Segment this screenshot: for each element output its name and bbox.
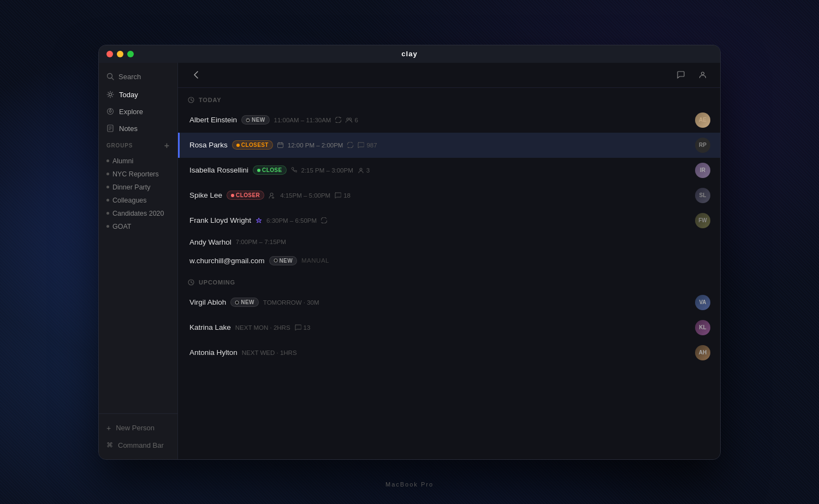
group-item-nyc[interactable]: NYC Reporters — [106, 168, 170, 181]
notes-icon — [106, 124, 114, 132]
groups-header: GROUPS + — [106, 141, 170, 150]
contact-info: Rosa Parks CLOSEST 12:00 PM – 2:00PM — [189, 140, 695, 150]
today-section-label: TODAY — [199, 97, 221, 103]
contact-info: Isabella Rossellini CLOSE 2:15 PM – 3:00… — [189, 165, 695, 175]
sidebar: Search Today — [99, 63, 178, 459]
content-scroll[interactable]: TODAY Albert Einstein NEW 11:00AM – 11:3… — [178, 88, 720, 459]
contact-name: Frank Lloyd Wright — [189, 216, 251, 224]
star-icon — [256, 217, 262, 224]
today-label: Today — [119, 91, 138, 99]
upcoming-icon — [188, 279, 194, 286]
group-dot — [106, 225, 109, 228]
contact-row-rosa[interactable]: Rosa Parks CLOSEST 12:00 PM – 2:00PM — [178, 133, 720, 158]
macbook-label: MacBook Pro — [385, 481, 434, 488]
group-item-alumni[interactable]: Alumni — [106, 155, 170, 168]
group-item-goat[interactable]: GOAT — [106, 220, 170, 233]
sidebar-item-today[interactable]: Today — [99, 86, 177, 103]
close-window-button[interactable] — [106, 51, 113, 57]
refresh-icon-wrap — [347, 142, 353, 148]
message-meta: 13 — [295, 324, 311, 331]
svg-point-2 — [109, 93, 112, 96]
avatar-spike: SL — [695, 188, 710, 203]
contact-row-katrina[interactable]: Katrina Lake NEXT MON · 2HRS 13 KL — [178, 315, 720, 340]
avatar-isabella: IR — [695, 163, 710, 178]
group-dot — [106, 186, 109, 188]
add-group-button[interactable]: + — [164, 141, 170, 150]
refresh-icon-wrap — [335, 117, 341, 123]
contact-row-virgil[interactable]: Virgil Abloh NEW TOMORROW · 30M VA — [178, 290, 720, 315]
avatar-frank: FW — [695, 213, 710, 228]
contact-name: Andy Warhol — [189, 238, 232, 246]
messages-button[interactable] — [673, 67, 689, 82]
svg-point-30 — [270, 193, 273, 195]
message-meta: 18 — [335, 192, 351, 199]
contact-row-einstein[interactable]: Albert Einstein NEW 11:00AM – 11:30AM 6 — [178, 108, 720, 133]
closer-tag: CLOSER — [227, 191, 264, 200]
svg-point-35 — [235, 301, 239, 304]
sidebar-item-notes[interactable]: Notes — [99, 120, 177, 137]
new-person-button[interactable]: + New Person — [99, 419, 177, 437]
avatar-antonia: AH — [695, 345, 710, 360]
contact-info: w.churchill@gmail.com NEW MANUAL — [189, 256, 710, 265]
header-actions — [673, 67, 710, 82]
command-bar-button[interactable]: ⌘ Command Bar — [99, 437, 177, 454]
phone-icon — [291, 167, 297, 173]
people-up-icon — [269, 192, 276, 199]
avatar-rosa: RP — [695, 138, 710, 153]
plus-icon: + — [106, 424, 111, 432]
phone-icon-wrap — [291, 167, 297, 173]
contact-name: Antonia Hylton — [189, 348, 238, 357]
contact-row-isabella[interactable]: Isabella Rossellini CLOSE 2:15 PM – 3:00… — [178, 158, 720, 183]
svg-line-8 — [112, 96, 112, 97]
time-range: 2:15 PM – 3:00PM — [301, 167, 353, 174]
new-tag: NEW — [269, 256, 298, 265]
special-icon — [256, 217, 262, 224]
contact-name: Spike Lee — [189, 191, 222, 199]
main-header — [178, 63, 720, 88]
time-label: NEXT WED · 1HRS — [242, 349, 297, 356]
message-meta: 987 — [358, 142, 377, 149]
refresh-icon — [335, 117, 341, 123]
svg-point-24 — [349, 118, 352, 120]
main-content: TODAY Albert Einstein NEW 11:00AM – 11:3… — [178, 63, 720, 459]
group-item-dinner[interactable]: Dinner Party — [106, 181, 170, 194]
contact-name: Rosa Parks — [189, 141, 228, 149]
contact-row-churchill[interactable]: w.churchill@gmail.com NEW MANUAL — [178, 251, 720, 270]
minimize-window-button[interactable] — [117, 51, 123, 57]
sidebar-search[interactable]: Search — [99, 68, 177, 85]
group-item-candidates[interactable]: Candidates 2020 — [106, 207, 170, 220]
svg-line-10 — [108, 96, 109, 97]
svg-point-23 — [347, 118, 349, 120]
close-tag: CLOSE — [253, 165, 286, 175]
app-title: clay — [401, 50, 417, 58]
upcoming-label: UPCOMING — [199, 279, 235, 286]
traffic-lights — [106, 51, 134, 57]
contact-row-antonia[interactable]: Antonia Hylton NEXT WED · 1HRS AH — [178, 340, 720, 365]
back-button[interactable] — [188, 67, 203, 82]
group-item-colleagues[interactable]: Colleagues — [106, 194, 170, 207]
svg-line-7 — [108, 92, 109, 93]
sidebar-item-explore[interactable]: Explore — [99, 103, 177, 120]
profile-button[interactable] — [695, 67, 710, 82]
avatar-katrina: KL — [695, 320, 710, 335]
contact-name: Isabella Rossellini — [189, 166, 248, 174]
message-icon — [358, 142, 364, 148]
sun-icon — [106, 91, 114, 98]
upcoming-section-header: UPCOMING — [178, 270, 720, 290]
calendar-icon-wrap — [277, 142, 283, 148]
contact-row-spike[interactable]: Spike Lee CLOSER 4:15PM – 5:00PM 18 — [178, 183, 720, 208]
explore-label: Explore — [119, 108, 143, 116]
group-label: GOAT — [112, 223, 132, 230]
contact-info: Katrina Lake NEXT MON · 2HRS 13 — [189, 323, 695, 331]
source-label: MANUAL — [301, 257, 329, 264]
svg-rect-25 — [277, 143, 283, 148]
time-range: 11:00AM – 11:30AM — [274, 117, 331, 123]
people-meta: 6 — [346, 117, 358, 123]
sidebar-nav: Search Today — [99, 63, 177, 413]
contact-name: Albert Einstein — [189, 116, 237, 124]
group-dot — [106, 199, 109, 201]
terminal-icon: ⌘ — [106, 441, 113, 449]
maximize-window-button[interactable] — [127, 51, 134, 57]
contact-row-andy[interactable]: Andy Warhol 7:00PM – 7:15PM — [178, 233, 720, 251]
contact-row-frank[interactable]: Frank Lloyd Wright 6:30PM – 6:50PM FW — [178, 208, 720, 233]
